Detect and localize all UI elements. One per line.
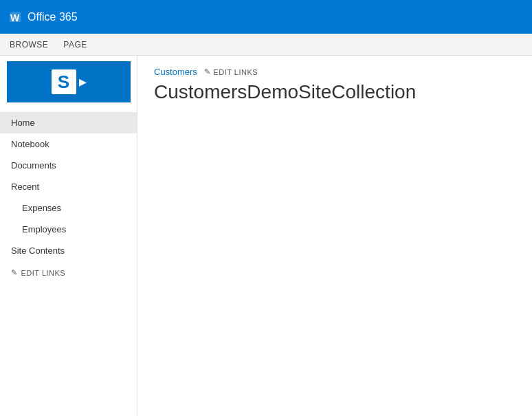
sidebar-edit-links[interactable]: ✎ EDIT LINKS	[0, 261, 137, 284]
sidebar-item-home[interactable]: Home	[0, 112, 137, 133]
tab-page[interactable]: PAGE	[62, 36, 88, 54]
breadcrumb-row: Customers ✎ EDIT LINKS	[154, 67, 516, 77]
main-layout: S ▸ Home Notebook Documents Recent Expen…	[0, 56, 532, 416]
breadcrumb-link[interactable]: Customers	[154, 67, 197, 77]
pencil-icon-header: ✎	[204, 67, 211, 76]
sidebar-edit-links-label: EDIT LINKS	[21, 269, 66, 277]
edit-links-label: EDIT LINKS	[213, 68, 258, 76]
sidebar-item-documents[interactable]: Documents	[0, 155, 137, 176]
edit-links-button[interactable]: ✎ EDIT LINKS	[204, 67, 258, 76]
sp-s-letter: S	[52, 69, 76, 94]
sidebar: S ▸ Home Notebook Documents Recent Expen…	[0, 56, 137, 416]
sidebar-nav: Home Notebook Documents Recent Expenses …	[0, 108, 137, 261]
pencil-icon: ✎	[11, 268, 18, 277]
office-logo-icon: W	[8, 10, 22, 24]
sidebar-item-employees[interactable]: Employees	[0, 219, 137, 240]
sp-arrow-icon: ▸	[79, 73, 87, 91]
sidebar-item-site-contents[interactable]: Site Contents	[0, 240, 137, 261]
page-title: CustomersDemoSiteCollection	[154, 81, 516, 103]
sharepoint-logo: S ▸	[7, 61, 131, 102]
sidebar-item-recent[interactable]: Recent	[0, 176, 137, 197]
main-content: Customers ✎ EDIT LINKS CustomersDemoSite…	[137, 56, 532, 416]
ribbon-bar: BROWSE PAGE	[0, 34, 532, 56]
sidebar-item-expenses[interactable]: Expenses	[0, 197, 137, 219]
tab-browse[interactable]: BROWSE	[8, 36, 49, 54]
sidebar-item-notebook[interactable]: Notebook	[0, 133, 137, 155]
app-title: Office 365	[27, 11, 78, 23]
top-bar: W Office 365	[0, 0, 532, 34]
svg-text:W: W	[10, 12, 20, 23]
